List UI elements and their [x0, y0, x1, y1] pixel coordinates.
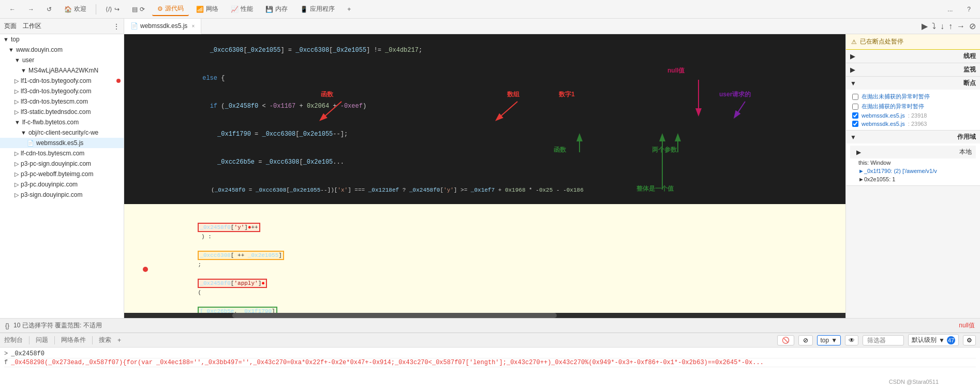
code-scroll-area[interactable]: _0xcc6308[_0x2e1055] = _0xcc6308[_0x2e10… — [124, 34, 845, 313]
network-conditions-tab[interactable]: 网络条件 — [61, 334, 86, 347]
forward-button[interactable]: → — [23, 4, 39, 15]
sidebar-item-lf3-cdn[interactable]: ▷ lf3-cdn-tos.bytegoofy.com — [0, 86, 124, 96]
scope-0x1f1790[interactable]: ►_0x1f1790: (2) ['/aweme/v1/v — [850, 167, 976, 175]
cursor-brace-icon: {} — [5, 322, 9, 329]
folder-closed-icon-5: ▷ — [14, 150, 19, 157]
file-icon: 📄 — [130, 22, 138, 30]
network-button[interactable]: 📶 网络 — [191, 3, 224, 16]
more-button[interactable]: ... — [942, 4, 958, 15]
scope-section: ▼ 作用域 ▶ 本地 this: Window ►_0x1f1790: (2) … — [846, 131, 980, 186]
folder-closed-icon-8: ▷ — [14, 181, 19, 188]
continue-button[interactable]: → — [957, 22, 965, 31]
scope-content: ▶ 本地 this: Window ►_0x1f1790: (2) ['/awe… — [846, 143, 980, 185]
filter-input[interactable] — [863, 335, 904, 345]
bp-caught-checkbox[interactable] — [852, 104, 858, 110]
file-tab[interactable]: 📄 webmssdk.es5.js × — [124, 19, 201, 34]
horizontal-scrollbar[interactable] — [124, 313, 845, 318]
folder-closed-icon-2: ▷ — [14, 88, 19, 95]
folder-open-icon-6: ▼ — [21, 129, 26, 136]
eye-button[interactable]: 👁 — [845, 335, 858, 345]
help-button[interactable]: ? — [962, 4, 976, 15]
folder-closed-icon-1: ▷ — [14, 78, 19, 84]
step-over-button[interactable]: ⤵ — [932, 22, 936, 31]
tab-separator-3 — [92, 336, 93, 344]
folder-closed-icon-7: ▷ — [14, 171, 19, 178]
reload-button[interactable]: ↺ — [41, 4, 57, 15]
js-file-icon: 📄 — [27, 140, 34, 147]
sidebar-item-p3sign-douyin[interactable]: ▷ p3-sign.douyinpic.com — [0, 190, 124, 200]
welcome-button[interactable]: 🏠 欢迎 — [59, 3, 92, 16]
watch-header[interactable]: ▶ 监视 — [846, 63, 980, 76]
filter-icon-button[interactable]: ⊘ — [798, 335, 813, 345]
top-filter-label: top — [821, 337, 829, 344]
sidebar-item-user[interactable]: ▼ user — [0, 55, 124, 65]
bottom-tabs-bar: 控制台 问题 网络条件 搜索 + 🚫 ⊘ top ▼ 👁 — [0, 333, 980, 348]
thread-header[interactable]: ▶ 线程 — [846, 50, 980, 63]
step-out-button[interactable]: ↑ — [948, 22, 953, 31]
add-tab-button[interactable]: + — [342, 4, 356, 15]
sidebar-item-lfc-flwb[interactable]: ▼ lf-c-flwb.bytetos.com — [0, 117, 124, 127]
search-tab[interactable]: 搜索 — [99, 334, 111, 347]
status-bar: {} 10 已选择字符 覆盖范围: 不适用 null值 — [0, 318, 980, 333]
tab-separator-2 — [54, 336, 55, 344]
issues-tab[interactable]: 问题 — [36, 334, 48, 347]
bp-file2-checkbox[interactable] — [852, 121, 858, 127]
breakpoint-file-2: webmssdk.es5.js : 23963 — [850, 120, 976, 128]
sidebar-item-top[interactable]: ▼ top — [0, 34, 124, 45]
watermark: CSDN @Stara0511 — [889, 379, 939, 385]
resume-button[interactable]: ▶ — [922, 21, 928, 31]
breakpoints-header[interactable]: ▼ 断点 — [846, 77, 980, 90]
local-header[interactable]: ▶ 本地 — [850, 146, 976, 159]
sidebar-item-lf3-static[interactable]: ▷ lf3-static.bytednsdoc.com — [0, 107, 124, 117]
clear-console-button[interactable]: 🚫 — [777, 335, 794, 345]
top-toolbar: ← → ↺ 🏠 欢迎 ⟨/⟩ ↪ ▤ ⟳ ⚙ 源代码 📶 网络 📈 性能 💾 内… — [0, 0, 980, 19]
bp-uncaught-checkbox[interactable] — [852, 94, 858, 100]
folder-closed-icon-3: ▷ — [14, 98, 19, 105]
code-highlight-red-2: _0x2458f0['apply']● — [198, 279, 266, 288]
memory-button[interactable]: 💾 内存 — [260, 3, 293, 16]
sidebar-item-lfcdn-bytescm[interactable]: ▷ lf-cdn-tos.bytescm.com — [0, 148, 124, 159]
sources-button[interactable]: ⚙ 源代码 — [152, 2, 189, 16]
sidebar-item-ms4w[interactable]: ▼ MS4wLjABAAAA2WKmN — [0, 65, 124, 76]
performance-button[interactable]: 📈 性能 — [226, 3, 258, 16]
step-into-button[interactable]: ↓ — [940, 22, 944, 31]
chevron-right-icon: ▶ — [850, 53, 855, 60]
console-output[interactable]: > _0x2458f0 f _0x458298(_0x273ead,_0x587… — [0, 348, 980, 389]
sidebar-item-p3pc-douyin[interactable]: ▷ p3-pc.douyinpic.com — [0, 179, 124, 190]
console-tab[interactable]: 控制台 — [4, 334, 23, 347]
settings-icon-button[interactable]: ⚙ — [963, 335, 976, 345]
sidebar-item-webmssdk[interactable]: 📄 webmssdk.es5.js — [0, 138, 124, 148]
code-editor: _0xcc6308[_0x2e1055] = _0xcc6308[_0x2e10… — [124, 34, 845, 318]
back-button[interactable]: ← — [4, 4, 21, 15]
deactivate-button[interactable]: ⊘ — [969, 21, 976, 31]
warning-icon: ⚠ — [851, 38, 857, 46]
elements-button[interactable]: ⟨/⟩ ↪ — [100, 4, 125, 15]
page-tab[interactable]: 页面 — [4, 22, 17, 31]
sidebar-item-lf1[interactable]: ▷ lf1-cdn-tos.bytegoofy.com — [0, 76, 124, 86]
tab-close-button[interactable]: × — [191, 23, 195, 29]
top-filter-dropdown[interactable]: top ▼ — [817, 335, 841, 345]
sidebar-item-p3pcweboff[interactable]: ▷ p3-pc-weboff.byteimg.com — [0, 169, 124, 179]
sidebar-item-p3pcsign[interactable]: ▷ p3-pc-sign.douyinpic.com — [0, 159, 124, 169]
debug-controls: ▶ ⤵ ↓ ↑ → ⊘ — [922, 19, 980, 34]
scrollbar-thumb[interactable] — [232, 313, 557, 318]
bp-file1-checkbox[interactable] — [852, 112, 858, 119]
breakpoint-marker — [143, 267, 148, 272]
folder-closed-icon-4: ▷ — [14, 109, 19, 116]
folder-open-icon-3: ▼ — [14, 57, 20, 63]
sidebar-more-icon[interactable]: ⋮ — [113, 23, 120, 30]
chevron-down-icon-4: ▼ — [939, 337, 945, 344]
paused-banner: ⚠ 已在断点处暂停 — [846, 34, 980, 50]
sidebar-item-lf3-bytescm[interactable]: ▷ lf3-cdn-tos.bytescm.com — [0, 96, 124, 107]
scope-header[interactable]: ▼ 作用域 — [846, 131, 980, 143]
at-text: null值 — [959, 321, 975, 330]
sidebar-item-obj[interactable]: ▼ obj/rc-client-security/c-we — [0, 127, 124, 138]
sidebar-item-douyin[interactable]: ▼ www.douyin.com — [0, 45, 124, 55]
code-line: _0xcc26b5e = _0xcc6308[_0x2e105... — [124, 148, 845, 176]
add-panel-button[interactable]: + — [117, 335, 121, 346]
level-dropdown[interactable]: 默认级别 ▼ 47 — [908, 334, 959, 346]
application-button[interactable]: 📱 应用程序 — [295, 3, 340, 16]
workspace-tab[interactable]: 工作区 — [23, 22, 41, 31]
console-button[interactable]: ▤ ⟳ — [127, 4, 150, 15]
watch-section: ▶ 监视 — [846, 63, 980, 77]
